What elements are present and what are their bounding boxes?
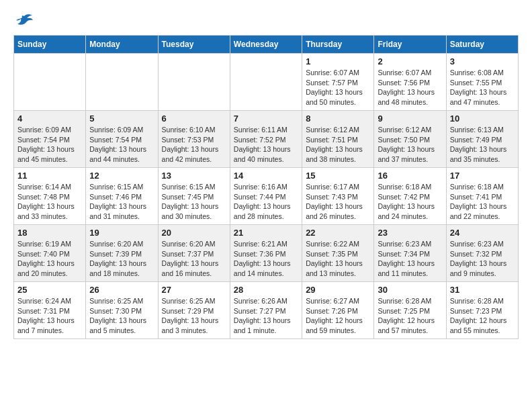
day-number: 3	[450, 56, 515, 66]
day-info: Sunrise: 6:27 AM Sunset: 7:26 PM Dayligh…	[306, 296, 370, 336]
day-info: Sunrise: 6:21 AM Sunset: 7:36 PM Dayligh…	[234, 239, 298, 279]
day-number: 5	[89, 113, 154, 124]
calendar-cell: 25Sunrise: 6:24 AM Sunset: 7:31 PM Dayli…	[14, 282, 86, 339]
day-number: 27	[162, 285, 226, 295]
day-number: 10	[450, 113, 515, 124]
calendar-cell: 14Sunrise: 6:16 AM Sunset: 7:44 PM Dayli…	[230, 168, 302, 225]
calendar-cell: 31Sunrise: 6:28 AM Sunset: 7:23 PM Dayli…	[446, 282, 518, 339]
day-info: Sunrise: 6:20 AM Sunset: 7:37 PM Dayligh…	[162, 239, 226, 279]
calendar-week-row: 11Sunrise: 6:14 AM Sunset: 7:48 PM Dayli…	[14, 168, 519, 225]
day-number: 20	[162, 228, 226, 238]
day-info: Sunrise: 6:11 AM Sunset: 7:52 PM Dayligh…	[234, 125, 298, 165]
calendar-cell	[230, 54, 302, 111]
calendar-cell: 1Sunrise: 6:07 AM Sunset: 7:57 PM Daylig…	[302, 54, 374, 111]
day-number: 22	[306, 228, 370, 238]
calendar-cell: 2Sunrise: 6:07 AM Sunset: 7:56 PM Daylig…	[374, 54, 446, 111]
day-number: 26	[89, 285, 154, 295]
day-info: Sunrise: 6:25 AM Sunset: 7:29 PM Dayligh…	[162, 296, 226, 336]
day-info: Sunrise: 6:18 AM Sunset: 7:41 PM Dayligh…	[450, 182, 515, 222]
day-info: Sunrise: 6:09 AM Sunset: 7:54 PM Dayligh…	[17, 125, 82, 165]
day-number: 12	[89, 171, 154, 181]
calendar-cell: 24Sunrise: 6:23 AM Sunset: 7:32 PM Dayli…	[446, 225, 518, 282]
calendar-cell: 30Sunrise: 6:28 AM Sunset: 7:25 PM Dayli…	[374, 282, 446, 339]
calendar-body: 1Sunrise: 6:07 AM Sunset: 7:57 PM Daylig…	[14, 54, 519, 339]
calendar-cell: 17Sunrise: 6:18 AM Sunset: 7:41 PM Dayli…	[446, 168, 518, 225]
calendar-cell: 11Sunrise: 6:14 AM Sunset: 7:48 PM Dayli…	[14, 168, 86, 225]
day-info: Sunrise: 6:12 AM Sunset: 7:50 PM Dayligh…	[378, 125, 442, 165]
day-of-week-header: Thursday	[302, 36, 374, 54]
calendar-cell: 20Sunrise: 6:20 AM Sunset: 7:37 PM Dayli…	[158, 225, 230, 282]
day-number: 1	[306, 56, 370, 66]
day-number: 4	[17, 113, 82, 124]
day-info: Sunrise: 6:15 AM Sunset: 7:46 PM Dayligh…	[89, 182, 154, 222]
day-number: 13	[162, 171, 226, 181]
day-info: Sunrise: 6:28 AM Sunset: 7:25 PM Dayligh…	[378, 296, 442, 336]
day-number: 25	[17, 285, 82, 295]
day-number: 2	[378, 56, 442, 66]
calendar-cell: 8Sunrise: 6:12 AM Sunset: 7:51 PM Daylig…	[302, 111, 374, 168]
calendar-cell: 16Sunrise: 6:18 AM Sunset: 7:42 PM Dayli…	[374, 168, 446, 225]
day-info: Sunrise: 6:07 AM Sunset: 7:57 PM Dayligh…	[306, 68, 370, 107]
day-info: Sunrise: 6:08 AM Sunset: 7:55 PM Dayligh…	[450, 68, 515, 107]
day-number: 29	[306, 285, 370, 295]
day-number: 16	[378, 171, 442, 181]
calendar-cell: 12Sunrise: 6:15 AM Sunset: 7:46 PM Dayli…	[86, 168, 158, 225]
calendar-header: SundayMondayTuesdayWednesdayThursdayFrid…	[14, 36, 519, 54]
calendar-table: SundayMondayTuesdayWednesdayThursdayFrid…	[13, 35, 519, 339]
calendar-cell: 23Sunrise: 6:23 AM Sunset: 7:34 PM Dayli…	[374, 225, 446, 282]
day-number: 19	[89, 228, 154, 238]
calendar-cell: 6Sunrise: 6:10 AM Sunset: 7:53 PM Daylig…	[158, 111, 230, 168]
calendar-cell: 9Sunrise: 6:12 AM Sunset: 7:50 PM Daylig…	[374, 111, 446, 168]
day-info: Sunrise: 6:13 AM Sunset: 7:49 PM Dayligh…	[450, 125, 515, 165]
day-info: Sunrise: 6:07 AM Sunset: 7:56 PM Dayligh…	[378, 68, 442, 107]
calendar-cell: 4Sunrise: 6:09 AM Sunset: 7:54 PM Daylig…	[14, 111, 86, 168]
day-number: 31	[450, 285, 515, 295]
day-number: 8	[306, 113, 370, 124]
day-of-week-header: Wednesday	[230, 36, 302, 54]
day-number: 7	[234, 113, 298, 124]
calendar-cell: 13Sunrise: 6:15 AM Sunset: 7:45 PM Dayli…	[158, 168, 230, 225]
bird-icon	[15, 13, 34, 28]
day-info: Sunrise: 6:19 AM Sunset: 7:40 PM Dayligh…	[17, 239, 82, 279]
calendar-cell: 19Sunrise: 6:20 AM Sunset: 7:39 PM Dayli…	[86, 225, 158, 282]
day-of-week-header: Tuesday	[158, 36, 230, 54]
calendar-cell: 18Sunrise: 6:19 AM Sunset: 7:40 PM Dayli…	[14, 225, 86, 282]
calendar-week-row: 25Sunrise: 6:24 AM Sunset: 7:31 PM Dayli…	[14, 282, 519, 339]
calendar-cell	[158, 54, 230, 111]
day-info: Sunrise: 6:15 AM Sunset: 7:45 PM Dayligh…	[162, 182, 226, 222]
day-info: Sunrise: 6:12 AM Sunset: 7:51 PM Dayligh…	[306, 125, 370, 165]
day-number: 6	[162, 113, 226, 124]
calendar-cell: 15Sunrise: 6:17 AM Sunset: 7:43 PM Dayli…	[302, 168, 374, 225]
day-number: 17	[450, 171, 515, 181]
day-number: 15	[306, 171, 370, 181]
day-info: Sunrise: 6:23 AM Sunset: 7:32 PM Dayligh…	[450, 239, 515, 279]
day-number: 21	[234, 228, 298, 238]
day-number: 14	[234, 171, 298, 181]
day-header-row: SundayMondayTuesdayWednesdayThursdayFrid…	[14, 36, 519, 54]
calendar-cell	[86, 54, 158, 111]
day-number: 28	[234, 285, 298, 295]
calendar-week-row: 18Sunrise: 6:19 AM Sunset: 7:40 PM Dayli…	[14, 225, 519, 282]
header	[13, 13, 519, 28]
day-info: Sunrise: 6:17 AM Sunset: 7:43 PM Dayligh…	[306, 182, 370, 222]
day-of-week-header: Friday	[374, 36, 446, 54]
day-info: Sunrise: 6:25 AM Sunset: 7:30 PM Dayligh…	[89, 296, 154, 336]
day-info: Sunrise: 6:22 AM Sunset: 7:35 PM Dayligh…	[306, 239, 370, 279]
calendar-cell: 22Sunrise: 6:22 AM Sunset: 7:35 PM Dayli…	[302, 225, 374, 282]
calendar-cell: 27Sunrise: 6:25 AM Sunset: 7:29 PM Dayli…	[158, 282, 230, 339]
day-number: 11	[17, 171, 82, 181]
calendar-cell: 28Sunrise: 6:26 AM Sunset: 7:27 PM Dayli…	[230, 282, 302, 339]
day-number: 30	[378, 285, 442, 295]
calendar-cell: 3Sunrise: 6:08 AM Sunset: 7:55 PM Daylig…	[446, 54, 518, 111]
day-number: 23	[378, 228, 442, 238]
calendar-cell: 26Sunrise: 6:25 AM Sunset: 7:30 PM Dayli…	[86, 282, 158, 339]
day-info: Sunrise: 6:23 AM Sunset: 7:34 PM Dayligh…	[378, 239, 442, 279]
calendar-cell: 7Sunrise: 6:11 AM Sunset: 7:52 PM Daylig…	[230, 111, 302, 168]
day-info: Sunrise: 6:10 AM Sunset: 7:53 PM Dayligh…	[162, 125, 226, 165]
day-of-week-header: Sunday	[14, 36, 86, 54]
day-info: Sunrise: 6:26 AM Sunset: 7:27 PM Dayligh…	[234, 296, 298, 336]
day-of-week-header: Saturday	[446, 36, 518, 54]
day-info: Sunrise: 6:16 AM Sunset: 7:44 PM Dayligh…	[234, 182, 298, 222]
calendar-week-row: 1Sunrise: 6:07 AM Sunset: 7:57 PM Daylig…	[14, 54, 519, 111]
day-info: Sunrise: 6:28 AM Sunset: 7:23 PM Dayligh…	[450, 296, 515, 336]
